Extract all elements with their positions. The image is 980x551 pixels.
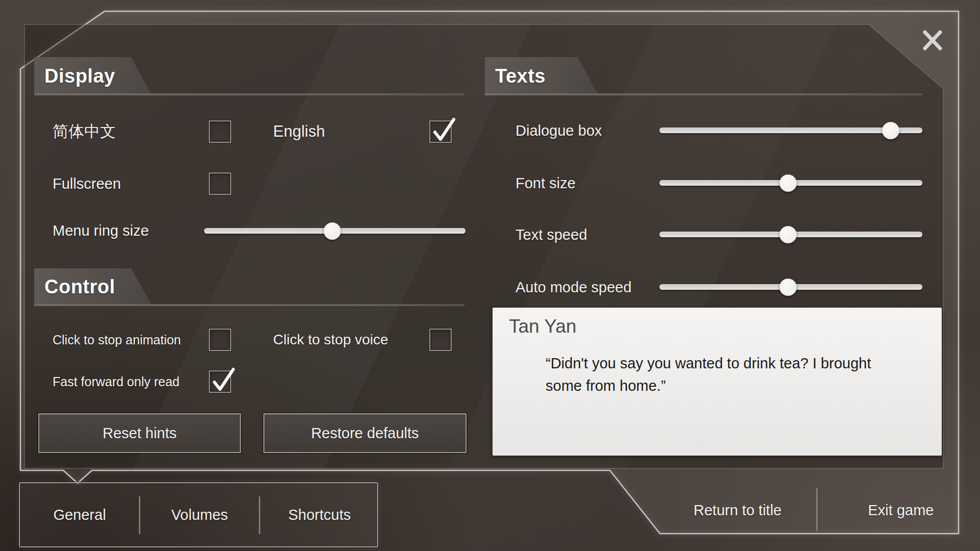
menu-ring-size-slider-handle[interactable] <box>324 222 341 240</box>
language-en-checkbox[interactable] <box>429 120 452 143</box>
exit-game-button[interactable]: Exit game <box>824 499 977 521</box>
fast-forward-checkbox[interactable] <box>209 370 231 393</box>
font-size-slider[interactable] <box>659 180 922 186</box>
tab-volumes[interactable]: Volumes <box>140 483 259 546</box>
close-button[interactable] <box>918 27 947 55</box>
auto-mode-speed-slider[interactable] <box>659 284 922 290</box>
menu-ring-size-label: Menu ring size <box>53 219 149 242</box>
language-zh-checkbox[interactable] <box>209 120 231 143</box>
check-icon <box>430 116 458 144</box>
texts-section-header: Texts <box>485 57 598 95</box>
font-size-slider-handle[interactable] <box>779 174 797 192</box>
fast-forward-label: Fast forward only read <box>53 370 180 393</box>
tab-shortcuts[interactable]: Shortcuts <box>260 483 379 546</box>
footer-divider <box>816 488 818 531</box>
text-speed-slider[interactable] <box>659 232 922 237</box>
close-icon <box>918 27 947 55</box>
preview-dialogue-text: “Didn't you say you wanted to drink tea?… <box>546 353 903 397</box>
display-section-underline <box>34 93 464 95</box>
restore-defaults-button[interactable]: Restore defaults <box>263 413 467 453</box>
dialogue-box-slider-handle[interactable] <box>882 122 899 139</box>
auto-mode-speed-label: Auto mode speed <box>516 276 631 298</box>
stop-voice-label: Click to stop voice <box>273 329 388 351</box>
settings-screen: Display 简体中文 English Fullscreen Menu rin… <box>0 0 980 551</box>
fullscreen-label: Fullscreen <box>53 172 121 195</box>
stop-animation-label: Click to stop animation <box>53 329 181 351</box>
menu-ring-size-slider[interactable] <box>204 228 465 234</box>
auto-mode-speed-slider-handle[interactable] <box>779 279 797 296</box>
control-section-underline <box>34 304 464 306</box>
dialogue-box-label: Dialogue box <box>516 119 602 142</box>
text-speed-label: Text speed <box>516 223 587 246</box>
language-zh-label: 简体中文 <box>53 120 116 143</box>
dialogue-box-slider[interactable] <box>659 128 922 133</box>
check-icon <box>210 366 237 394</box>
display-section-header: Display <box>34 57 152 95</box>
texts-section-underline <box>485 93 922 95</box>
control-section-header: Control <box>34 268 152 305</box>
dialogue-preview-box: Tan Yan “Didn't you say you wanted to dr… <box>493 308 942 456</box>
language-en-label: English <box>273 120 325 143</box>
settings-tab-bar: General Volumes Shortcuts <box>19 482 378 547</box>
preview-speaker-name: Tan Yan <box>509 316 576 337</box>
reset-hints-button[interactable]: Reset hints <box>38 413 241 453</box>
stop-voice-checkbox[interactable] <box>429 329 452 351</box>
font-size-label: Font size <box>516 172 576 194</box>
tab-general[interactable]: General <box>20 483 139 546</box>
return-to-title-button[interactable]: Return to title <box>661 499 814 521</box>
stop-animation-checkbox[interactable] <box>209 329 231 351</box>
text-speed-slider-handle[interactable] <box>779 226 797 243</box>
fullscreen-checkbox[interactable] <box>209 172 231 195</box>
